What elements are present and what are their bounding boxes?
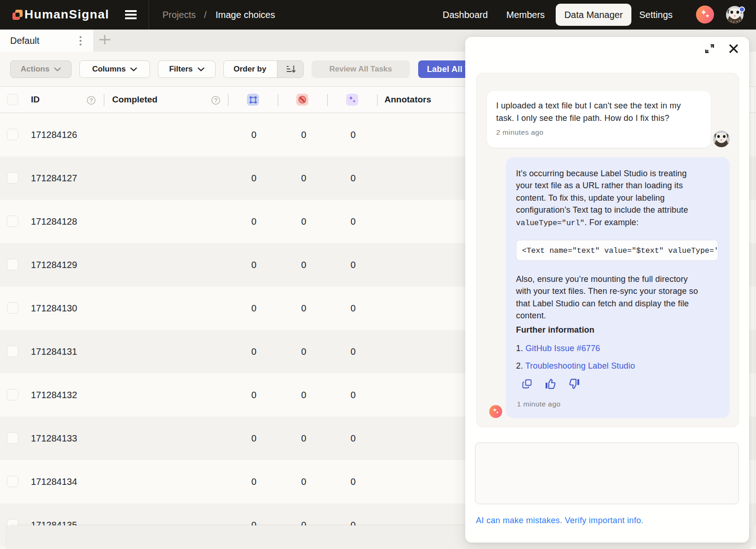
- svg-text:?: ?: [90, 97, 93, 104]
- svg-text:?: ?: [214, 97, 217, 104]
